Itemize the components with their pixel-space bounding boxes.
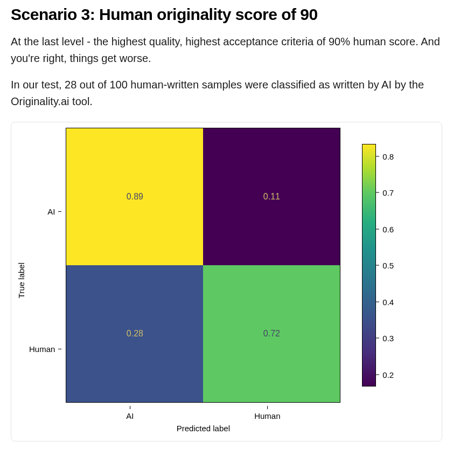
cell-ai-human: 0.11 [203, 128, 340, 265]
colorbar: 0.8 0.7 0.6 0.5 0.4 0.3 0.2 [362, 128, 403, 403]
x-tick-ai: AI [126, 406, 134, 420]
colorbar-tick-05: 0.5 [376, 261, 394, 270]
colorbar-tick-08: 0.8 [376, 151, 394, 161]
x-axis-label: Predicted label [66, 424, 340, 433]
colorbar-tick-04: 0.4 [376, 297, 394, 306]
section-heading: Scenario 3: Human originality score of 9… [11, 5, 442, 24]
confusion-matrix-chart: True label AI Human 0.89 0.11 0.28 0.72 … [11, 122, 442, 441]
heatmap-grid: 0.89 0.11 0.28 0.72 AI Human Predicted l… [66, 128, 340, 433]
colorbar-tick-03: 0.3 [376, 334, 394, 343]
colorbar-tick-06: 0.6 [376, 224, 394, 233]
colorbar-tick-02: 0.2 [376, 370, 394, 379]
x-ticks: AI Human [66, 406, 340, 420]
y-tick-human: Human [29, 344, 61, 354]
y-axis: True label AI Human [17, 128, 66, 433]
cell-human-human: 0.72 [203, 265, 340, 402]
y-axis-label: True label [17, 263, 26, 298]
y-tick-ai: AI [47, 207, 61, 216]
x-tick-human: Human [254, 406, 280, 420]
paragraph-2: In our test, 28 out of 100 human-written… [11, 77, 442, 110]
paragraph-1: At the last level - the highest quality,… [11, 33, 442, 67]
cell-ai-ai: 0.89 [66, 128, 203, 265]
colorbar-ticks: 0.8 0.7 0.6 0.5 0.4 0.3 0.2 [376, 144, 403, 387]
colorbar-gradient [362, 144, 376, 387]
colorbar-tick-07: 0.7 [376, 188, 394, 197]
cell-human-ai: 0.28 [66, 265, 203, 402]
